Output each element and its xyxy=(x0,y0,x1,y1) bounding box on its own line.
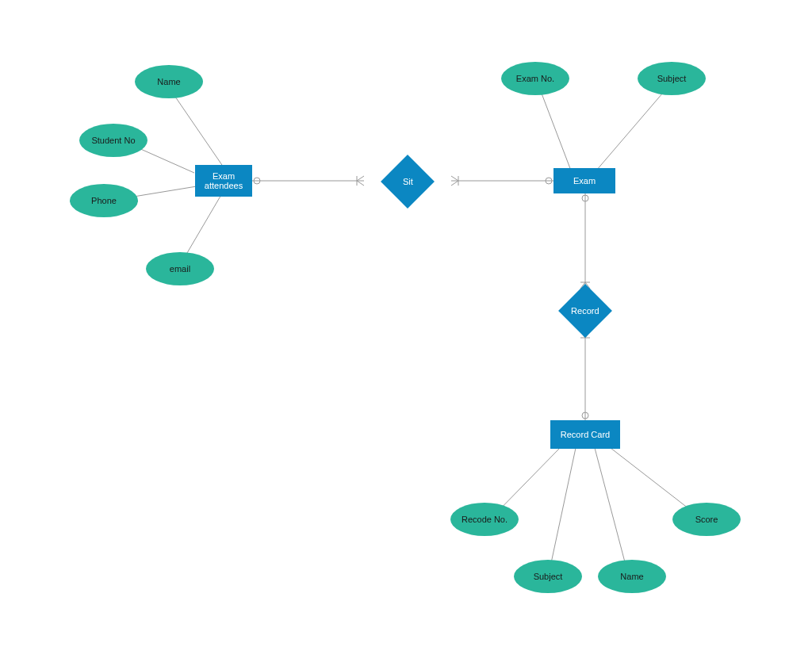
attribute-score: Score xyxy=(672,503,741,536)
attr-label: Exam No. xyxy=(516,74,554,83)
attr-label: Student No xyxy=(91,136,135,145)
attribute-phone: Phone xyxy=(70,184,138,217)
svg-point-5 xyxy=(254,178,260,184)
relationship-label: Sit xyxy=(403,177,413,186)
attr-label: Phone xyxy=(91,196,117,205)
attribute-recode-no: Recode No. xyxy=(450,503,519,536)
attr-label: Score xyxy=(695,515,718,524)
entity-record-card: Record Card xyxy=(550,420,620,449)
attr-label: Name xyxy=(157,77,180,86)
attribute-student-no: Student No xyxy=(79,124,147,157)
attribute-exam-no: Exam No. xyxy=(501,62,569,95)
svg-line-16 xyxy=(595,448,628,574)
attr-label: Subject xyxy=(657,74,687,83)
svg-line-8 xyxy=(539,87,571,170)
entity-exam-attendees: Exam attendees xyxy=(195,165,252,197)
attribute-email: email xyxy=(146,252,214,285)
entity-label: Record Card xyxy=(561,430,610,439)
attribute-subject: Subject xyxy=(638,62,706,95)
svg-point-7 xyxy=(546,178,552,184)
attribute-name2: Name xyxy=(598,560,666,593)
relationship-record: Record xyxy=(558,284,612,338)
attr-label: email xyxy=(170,264,190,274)
svg-point-13 xyxy=(582,412,588,419)
connectors xyxy=(0,0,812,647)
attribute-name: Name xyxy=(135,65,203,98)
svg-line-9 xyxy=(596,87,668,170)
attribute-subject2: Subject xyxy=(514,560,582,593)
attr-label: Name xyxy=(620,572,643,581)
svg-point-11 xyxy=(582,195,588,201)
entity-exam: Exam xyxy=(553,168,615,193)
entity-label: Exam xyxy=(573,176,596,186)
entity-label: Exam attendees xyxy=(198,171,249,190)
attr-label: Recode No. xyxy=(462,515,508,524)
svg-line-15 xyxy=(549,448,576,574)
attr-label: Subject xyxy=(534,572,563,581)
relationship-label: Record xyxy=(571,306,599,316)
relationship-sit: Sit xyxy=(381,155,435,209)
